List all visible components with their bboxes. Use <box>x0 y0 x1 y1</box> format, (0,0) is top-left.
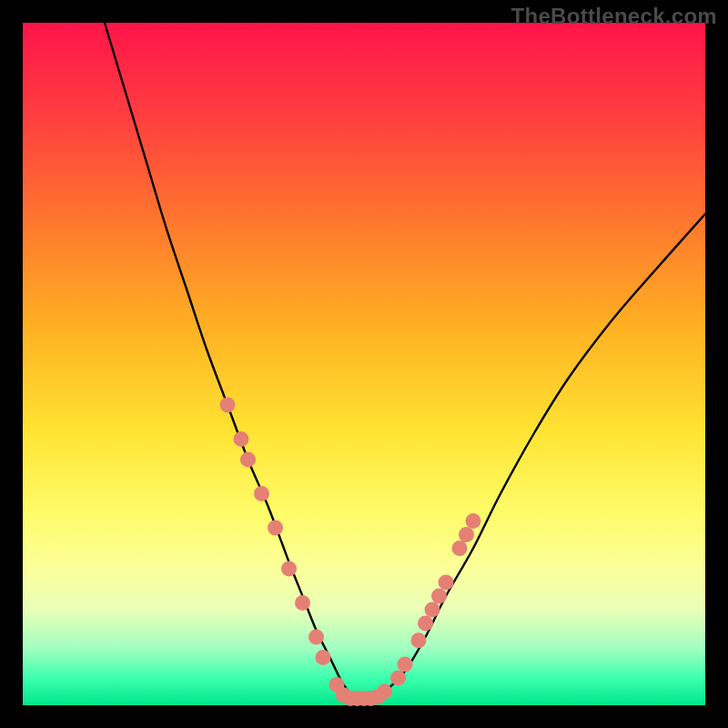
highlight-dot <box>377 684 392 700</box>
highlight-dot <box>254 486 269 501</box>
highlight-dot <box>220 398 236 413</box>
highlight-dot <box>398 657 413 672</box>
highlight-dot <box>268 521 283 536</box>
highlight-dot <box>459 527 474 542</box>
plot-area <box>23 23 705 705</box>
highlight-dot <box>466 513 481 529</box>
highlight-dot <box>295 595 310 611</box>
highlight-dot <box>411 632 427 648</box>
highlight-dot <box>390 671 406 686</box>
chart-frame: TheBottleneck.com <box>0 0 728 728</box>
bottleneck-curve <box>105 23 705 700</box>
highlight-dot <box>316 650 331 665</box>
chart-svg <box>23 23 705 705</box>
highlight-dot <box>452 541 468 556</box>
highlight-dot <box>308 630 324 645</box>
watermark-text: TheBottleneck.com <box>511 4 717 29</box>
highlight-dot <box>234 431 249 447</box>
highlight-dot <box>431 589 447 604</box>
highlight-dot <box>425 602 440 618</box>
highlight-dots <box>220 398 481 707</box>
highlight-dot <box>418 616 433 632</box>
highlight-dot <box>439 575 454 591</box>
highlight-dot <box>281 561 297 577</box>
highlight-dot <box>240 452 256 468</box>
